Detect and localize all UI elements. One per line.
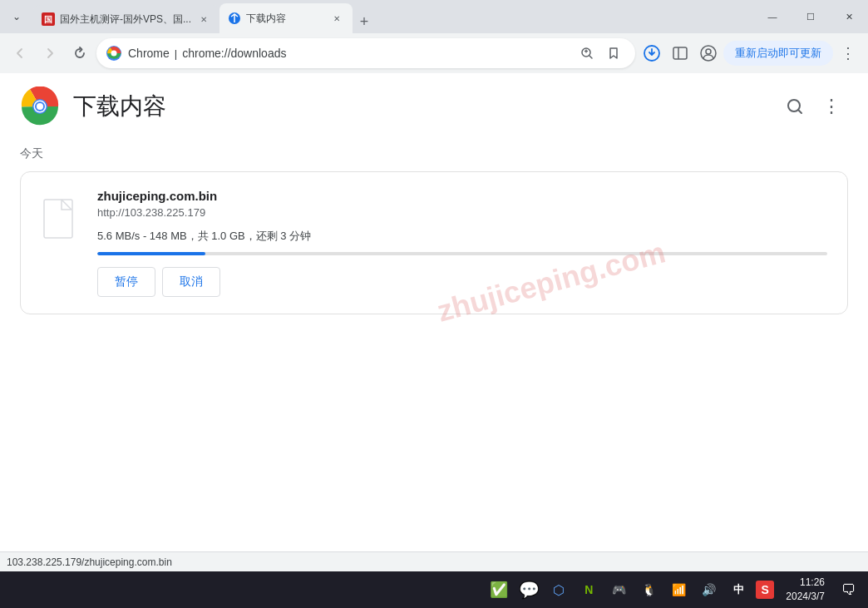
svg-point-14 xyxy=(37,103,43,110)
download-status-icon[interactable] xyxy=(639,40,665,67)
forward-button[interactable] xyxy=(37,40,63,67)
maximize-button[interactable]: ☐ xyxy=(792,4,830,29)
sidebar-toggle-icon[interactable] xyxy=(667,40,693,67)
toolbar-icons: 重新启动即可更新 ⋮ xyxy=(639,40,861,67)
file-url: http://103.238.225.179 xyxy=(97,206,827,219)
header-actions: ⋮ xyxy=(778,90,848,123)
taskbar: ✅ 💬 ⬡ N 🎮 🐧 📶 🔊 中 S 11:26 2024/3/7 🗨 xyxy=(0,571,868,608)
file-icon xyxy=(41,197,81,244)
svg-rect-7 xyxy=(673,47,687,59)
tab-2-favicon xyxy=(228,12,241,25)
tab-2-title: 下载内容 xyxy=(246,12,324,26)
svg-text:国: 国 xyxy=(44,15,52,24)
page-wrapper: 下载内容 ⋮ 今天 xyxy=(0,73,868,551)
address-text: Chrome | chrome://downloads xyxy=(128,47,569,60)
download-item: zhujiceping.com.bin http://103.238.225.1… xyxy=(20,171,848,314)
taskbar-clock[interactable]: 11:26 2024/3/7 xyxy=(779,576,831,604)
clock-time: 11:26 xyxy=(800,576,825,590)
taskbar-icon-wechat[interactable]: 💬 xyxy=(516,577,541,602)
status-bar: 103.238.225.179/zhujiceping.com.bin xyxy=(0,551,868,571)
taskbar-notification[interactable]: 🗨 xyxy=(836,577,861,602)
status-url: 103.238.225.179/zhujiceping.com.bin xyxy=(7,556,172,568)
tab-1[interactable]: 国 国外主机测评-国外VPS、国... ✕ xyxy=(33,5,219,33)
file-name: zhujiceping.com.bin xyxy=(97,189,827,203)
tab-1-favicon: 国 xyxy=(42,12,55,26)
taskbar-icon-checkmark[interactable]: ✅ xyxy=(486,577,511,602)
downloads-header: 下载内容 ⋮ xyxy=(0,73,868,140)
clock-date: 2024/3/7 xyxy=(786,590,825,604)
chrome-logo-small xyxy=(106,46,121,61)
downloads-section: 今天 zhujiceping.com.bin http://103.238.22… xyxy=(0,140,868,314)
chrome-logo-large xyxy=(20,87,60,126)
svg-point-4 xyxy=(111,51,117,57)
window-controls: — ☐ ✕ xyxy=(753,0,868,33)
title-bar: ⌄ 国 国外主机测评-国外VPS、国... ✕ 下载内容 ✕ + xyxy=(0,0,868,33)
progress-bar xyxy=(97,252,827,255)
minimize-button[interactable]: — xyxy=(753,4,792,29)
download-status: 5.6 MB/s - 148 MB，共 1.0 GB，还剩 3 分钟 xyxy=(97,229,827,244)
search-zoom-icon[interactable] xyxy=(575,42,599,65)
new-tab-button[interactable]: + xyxy=(353,10,376,33)
address-path: chrome://downloads xyxy=(182,47,286,60)
navigation-bar: Chrome | chrome://downloads xyxy=(0,33,868,73)
section-today-label: 今天 xyxy=(20,140,848,171)
progress-bar-fill xyxy=(97,252,205,255)
tab-group: ⌄ 国 国外主机测评-国外VPS、国... ✕ 下载内容 ✕ + xyxy=(0,0,753,33)
taskbar-icon-ime[interactable]: 中 xyxy=(726,577,751,602)
refresh-button[interactable] xyxy=(67,40,93,67)
profile-icon[interactable] xyxy=(695,40,722,67)
page-title: 下载内容 xyxy=(73,91,765,122)
back-button[interactable] xyxy=(7,40,33,67)
tab-1-title: 国外主机测评-国外VPS、国... xyxy=(60,12,191,27)
close-button[interactable]: ✕ xyxy=(830,4,868,29)
page-content: 下载内容 ⋮ 今天 xyxy=(0,73,868,551)
address-origin: Chrome xyxy=(128,47,170,60)
update-button[interactable]: 重新启动即可更新 xyxy=(723,41,833,66)
cancel-button[interactable]: 取消 xyxy=(162,267,220,297)
taskbar-icon-volume[interactable]: 🔊 xyxy=(696,577,721,602)
taskbar-icon-antivirus[interactable]: S xyxy=(756,581,774,599)
taskbar-icon-wifi[interactable]: 📶 xyxy=(666,577,691,602)
page-menu-button[interactable]: ⋮ xyxy=(815,90,848,123)
download-actions: 暂停 取消 xyxy=(97,267,827,297)
taskbar-icon-app1[interactable]: 🐧 xyxy=(636,577,661,602)
address-icons xyxy=(575,42,625,65)
download-info: zhujiceping.com.bin http://103.238.225.1… xyxy=(97,189,827,297)
tab-1-close[interactable]: ✕ xyxy=(196,12,211,27)
bookmark-icon[interactable] xyxy=(602,42,625,65)
chrome-menu-icon[interactable]: ⋮ xyxy=(835,40,861,67)
page-search-button[interactable] xyxy=(778,90,811,123)
taskbar-icon-nvidia[interactable]: N xyxy=(576,577,601,602)
tab-2[interactable]: 下载内容 ✕ xyxy=(219,3,353,33)
address-bar[interactable]: Chrome | chrome://downloads xyxy=(96,38,635,68)
svg-point-9 xyxy=(706,49,711,54)
tab-2-close[interactable]: ✕ xyxy=(329,11,344,26)
pause-button[interactable]: 暂停 xyxy=(97,267,155,297)
taskbar-icon-rgb[interactable]: 🎮 xyxy=(606,577,631,602)
taskbar-icon-bluetooth[interactable]: ⬡ xyxy=(546,577,571,602)
tab-list-button[interactable]: ⌄ xyxy=(0,0,33,33)
